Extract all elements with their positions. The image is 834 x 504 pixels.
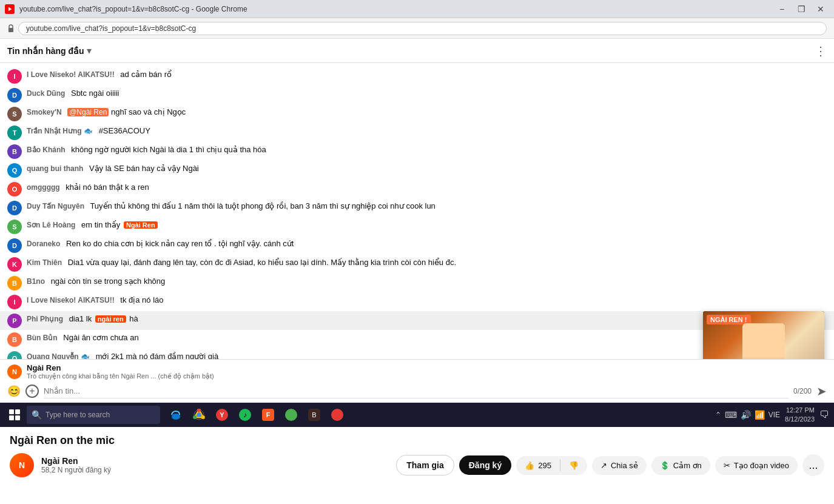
- msg-suffix: hà: [129, 314, 138, 323]
- list-item: Q quang bui thanh Vậy là SE bán hay cả v…: [0, 161, 834, 180]
- send-button[interactable]: ➤: [816, 384, 827, 398]
- taskbar-app-4[interactable]: B: [303, 404, 325, 426]
- channel-actions: Tham gia Đăng ký 👍 295 👎 ↗ Chia sẻ 💲 Cảm…: [396, 454, 824, 476]
- taskbar-app-spotify[interactable]: ♪: [234, 404, 256, 426]
- chat-input-user-details: Ngài Ren Trò chuyện công khai bằng tên N…: [27, 363, 214, 380]
- msg-content: Smokey'N @Ngài Ren nghĩ sao và chị Ngọc: [27, 106, 827, 118]
- list-item: D Duck Dũng Sbtc ngài oiiiii: [0, 86, 834, 104]
- share-button[interactable]: ↗ Chia sẻ: [592, 456, 647, 475]
- chat-messages: I I Love Niseko! AIKATSU!! ad cảm bán rổ…: [0, 63, 834, 359]
- thanks-button[interactable]: 💲 Cảm ơn: [651, 456, 710, 475]
- channel-row: N Ngài Ren 58,2 N người đăng ký Tham gia…: [10, 453, 824, 477]
- avatar: D: [7, 238, 22, 253]
- msg-author: Sơn Lê Hoàng: [27, 221, 75, 229]
- taskbar-app-edge[interactable]: [165, 404, 187, 426]
- avatar: T: [7, 126, 22, 140]
- msg-author: Duy Tấn Nguyên: [27, 202, 84, 210]
- msg-text: dia1 lk: [69, 314, 94, 323]
- msg-author: Bùn Bủn: [27, 334, 58, 342]
- taskbar-clock[interactable]: 12:27 PM 8/12/2023: [785, 406, 815, 425]
- msg-content: quang bui thanh Vậy là SE bán hay cả vậy…: [27, 163, 827, 175]
- msg-author: I Love Niseko! AIKATSU!!: [27, 296, 115, 304]
- like-button[interactable]: 👍 295: [516, 456, 560, 475]
- msg-content: I Love Niseko! AIKATSU!! tk địa nó láo: [27, 294, 827, 306]
- msg-text: ngài còn tín se trong sạch không: [51, 277, 166, 286]
- msg-text: Ngài ăn cơm chưa an: [63, 333, 138, 342]
- msg-author: Quang Nguyễn 🐟: [27, 352, 90, 359]
- speaker-icon[interactable]: 🔊: [741, 410, 751, 420]
- minimize-button[interactable]: −: [773, 1, 790, 18]
- url-field[interactable]: youtube.com/live_chat?is_popout=1&v=b8c8…: [18, 22, 827, 35]
- taskbar-apps: Y ♪ F B: [165, 404, 348, 426]
- taskbar-search[interactable]: 🔍 Type here to search: [27, 406, 160, 424]
- avatar: S: [7, 107, 22, 121]
- language-indicator[interactable]: VIE: [768, 411, 780, 419]
- tray-icons: ⌃ ⌨ 🔊 📶 VIE: [715, 410, 780, 420]
- avatar: K: [7, 257, 22, 272]
- taskbar-app-1[interactable]: Y: [211, 404, 233, 426]
- restore-button[interactable]: ❐: [793, 1, 810, 18]
- clock-time: 12:27 PM: [785, 406, 815, 415]
- msg-author: Trần Nhật Hưng 🐟: [27, 127, 93, 135]
- avatar: B: [7, 276, 22, 291]
- share-icon: ↗: [600, 461, 607, 470]
- list-item: K Kim Thiên Dia1 vừa quay lại, đánh đang…: [0, 255, 834, 274]
- list-item: S Sơn Lê Hoàng em tin thấy Ngài Ren: [0, 217, 834, 236]
- notification-button[interactable]: 🗨: [819, 409, 829, 420]
- taskbar-tray: ⌃ ⌨ 🔊 📶 VIE 12:27 PM 8/12/2023 🗨: [715, 406, 829, 425]
- msg-mention: @Ngài Ren: [67, 108, 109, 116]
- taskbar-app-3[interactable]: [280, 404, 302, 426]
- dollar-icon: 💲: [660, 461, 670, 470]
- list-item: D Duy Tấn Nguyên Tuyến thủ không thi đấu…: [0, 198, 834, 217]
- thumbs-down-icon: 👎: [569, 461, 579, 470]
- clip-button[interactable]: ✂ Tạo đoạn video: [715, 456, 798, 475]
- chat-input-bar: 😊 + 0/200 ➤: [7, 384, 827, 398]
- more-actions-button[interactable]: ...: [802, 454, 824, 476]
- avatar: S: [7, 220, 22, 234]
- network-icon[interactable]: 📶: [755, 410, 765, 420]
- join-button[interactable]: Tham gia: [396, 455, 454, 475]
- taskbar-app-2[interactable]: F: [257, 404, 279, 426]
- msg-content: omggggg khải nó bán thật k a ren: [27, 181, 827, 193]
- msg-content: Sơn Lê Hoàng em tin thấy Ngài Ren: [27, 219, 827, 231]
- msg-author: I Love Niseko! AIKATSU!!: [27, 70, 115, 79]
- heart-button[interactable]: ❤: [819, 332, 827, 341]
- msg-content: Kim Thiên Dia1 vừa quay lại, đánh đang l…: [27, 257, 827, 269]
- close-button[interactable]: ✕: [812, 1, 829, 18]
- browser-titlebar: youtube.com/live_chat?is_popout=1&v=b8c8…: [0, 0, 834, 18]
- avatar: D: [7, 201, 22, 215]
- taskbar-app-5[interactable]: [326, 404, 348, 426]
- list-item: S Smokey'N @Ngài Ren nghĩ sao và chị Ngọ…: [0, 104, 834, 123]
- msg-author: B1no: [27, 277, 45, 286]
- chat-message-input[interactable]: [44, 384, 789, 398]
- list-item: O omggggg khải nó bán thật k a ren: [0, 180, 834, 198]
- chat-input-user-name: Ngài Ren: [27, 363, 214, 372]
- chat-input-area: N Ngài Ren Trò chuyện công khai bằng tên…: [0, 359, 834, 402]
- msg-tag: Ngài Ren: [124, 221, 158, 229]
- list-item: T Trần Nhật Hưng 🐟 #SE36ACOUY: [0, 123, 834, 142]
- add-content-button[interactable]: +: [25, 385, 39, 398]
- chat-header-chevron[interactable]: ▾: [87, 45, 92, 56]
- subscribe-button[interactable]: Đăng ký: [459, 455, 511, 475]
- channel-avatar: N: [10, 453, 34, 477]
- taskbar-app-chrome[interactable]: [188, 404, 210, 426]
- like-count: 295: [538, 461, 551, 470]
- keyboard-icon[interactable]: ⌨: [725, 410, 737, 420]
- chat-input-subtitle: Trò chuyện công khai bằng tên Ngài Ren .…: [27, 372, 214, 380]
- char-count: 0/200: [793, 387, 812, 395]
- start-button[interactable]: [5, 405, 24, 425]
- chat-input-user-info: N Ngài Ren Trò chuyện công khai bằng tên…: [7, 363, 827, 380]
- msg-author: quang bui thanh: [27, 164, 83, 173]
- msg-author: Bảo Khánh: [27, 146, 66, 154]
- tray-expand[interactable]: ⌃: [715, 411, 721, 419]
- dislike-button[interactable]: 👎: [560, 456, 587, 475]
- emoji-button[interactable]: 😊: [7, 385, 21, 398]
- list-item: P Phi Phụng dia1 lk ngài ren hà ⋮ NGÀI R…: [0, 311, 834, 330]
- msg-text: Sbtc ngài oiiiii: [71, 89, 119, 98]
- video-thumb: NGÀI REN ! ❤: [703, 311, 824, 359]
- svg-point-9: [197, 413, 201, 417]
- avatar: B: [7, 332, 22, 347]
- svg-point-8: [193, 415, 197, 419]
- chat-more-button[interactable]: ⋮: [815, 44, 827, 58]
- address-bar: youtube.com/live_chat?is_popout=1&v=b8c8…: [0, 18, 834, 39]
